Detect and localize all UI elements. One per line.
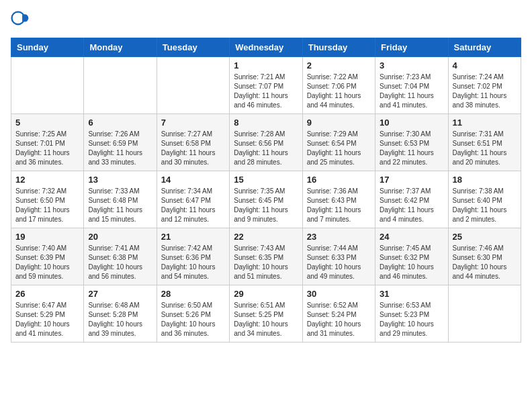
calendar-cell: 1Sunrise: 7:21 AM Sunset: 7:07 PM Daylig… — [230, 57, 302, 114]
day-number: 30 — [307, 289, 371, 299]
weekday-header-row: SundayMondayTuesdayWednesdayThursdayFrid… — [11, 38, 521, 57]
weekday-header-saturday: Saturday — [448, 38, 521, 57]
day-number: 21 — [161, 232, 225, 242]
day-number: 18 — [453, 175, 517, 185]
day-info: Sunrise: 7:23 AM Sunset: 7:04 PM Dayligh… — [380, 73, 443, 110]
day-number: 22 — [234, 232, 298, 242]
week-row-5: 26Sunrise: 6:47 AM Sunset: 5:29 PM Dayli… — [11, 285, 521, 342]
calendar-cell: 16Sunrise: 7:36 AM Sunset: 6:43 PM Dayli… — [302, 171, 375, 228]
day-info: Sunrise: 6:50 AM Sunset: 5:26 PM Dayligh… — [161, 301, 225, 338]
day-number: 28 — [161, 289, 225, 299]
day-number: 14 — [161, 175, 225, 185]
calendar-cell: 2Sunrise: 7:22 AM Sunset: 7:06 PM Daylig… — [302, 57, 375, 114]
calendar-cell: 27Sunrise: 6:48 AM Sunset: 5:28 PM Dayli… — [84, 285, 157, 342]
calendar-cell: 18Sunrise: 7:38 AM Sunset: 6:40 PM Dayli… — [448, 171, 521, 228]
day-info: Sunrise: 7:44 AM Sunset: 6:33 PM Dayligh… — [307, 244, 371, 281]
calendar-cell: 17Sunrise: 7:37 AM Sunset: 6:42 PM Dayli… — [375, 171, 448, 228]
calendar-table: SundayMondayTuesdayWednesdayThursdayFrid… — [11, 38, 521, 342]
day-number: 29 — [234, 289, 298, 299]
calendar-cell: 10Sunrise: 7:30 AM Sunset: 6:53 PM Dayli… — [375, 114, 448, 171]
day-info: Sunrise: 6:52 AM Sunset: 5:24 PM Dayligh… — [307, 301, 371, 338]
weekday-header-monday: Monday — [84, 38, 157, 57]
day-info: Sunrise: 7:43 AM Sunset: 6:35 PM Dayligh… — [234, 244, 298, 281]
day-number: 23 — [307, 232, 371, 242]
day-number: 16 — [307, 175, 371, 185]
day-info: Sunrise: 7:22 AM Sunset: 7:06 PM Dayligh… — [307, 73, 371, 110]
week-row-1: 1Sunrise: 7:21 AM Sunset: 7:07 PM Daylig… — [11, 57, 521, 114]
day-number: 5 — [15, 118, 79, 128]
day-info: Sunrise: 7:40 AM Sunset: 6:39 PM Dayligh… — [15, 244, 79, 281]
day-number: 24 — [380, 232, 443, 242]
weekday-header-thursday: Thursday — [302, 38, 375, 57]
weekday-header-wednesday: Wednesday — [230, 38, 302, 57]
week-row-4: 19Sunrise: 7:40 AM Sunset: 6:39 PM Dayli… — [11, 228, 521, 285]
day-info: Sunrise: 7:32 AM Sunset: 6:50 PM Dayligh… — [15, 187, 79, 224]
day-info: Sunrise: 6:53 AM Sunset: 5:23 PM Dayligh… — [380, 301, 443, 338]
day-info: Sunrise: 7:42 AM Sunset: 6:36 PM Dayligh… — [161, 244, 225, 281]
day-info: Sunrise: 7:35 AM Sunset: 6:45 PM Dayligh… — [234, 187, 298, 224]
day-info: Sunrise: 7:41 AM Sunset: 6:38 PM Dayligh… — [88, 244, 152, 281]
calendar-cell: 28Sunrise: 6:50 AM Sunset: 5:26 PM Dayli… — [157, 285, 229, 342]
day-number: 13 — [88, 175, 152, 185]
day-info: Sunrise: 6:48 AM Sunset: 5:28 PM Dayligh… — [88, 301, 152, 338]
day-info: Sunrise: 7:26 AM Sunset: 6:59 PM Dayligh… — [88, 130, 152, 167]
day-number: 26 — [15, 289, 79, 299]
day-number: 31 — [380, 289, 443, 299]
day-number: 27 — [88, 289, 152, 299]
calendar-cell: 15Sunrise: 7:35 AM Sunset: 6:45 PM Dayli… — [230, 171, 302, 228]
calendar-cell — [157, 57, 229, 114]
day-info: Sunrise: 7:33 AM Sunset: 6:48 PM Dayligh… — [88, 187, 152, 224]
day-number: 7 — [161, 118, 225, 128]
day-info: Sunrise: 7:21 AM Sunset: 7:07 PM Dayligh… — [234, 73, 298, 110]
day-info: Sunrise: 7:46 AM Sunset: 6:30 PM Dayligh… — [453, 244, 517, 281]
calendar-cell: 14Sunrise: 7:34 AM Sunset: 6:47 PM Dayli… — [157, 171, 229, 228]
day-number: 19 — [15, 232, 79, 242]
day-info: Sunrise: 7:38 AM Sunset: 6:40 PM Dayligh… — [453, 187, 517, 224]
calendar-cell: 31Sunrise: 6:53 AM Sunset: 5:23 PM Dayli… — [375, 285, 448, 342]
day-info: Sunrise: 7:24 AM Sunset: 7:02 PM Dayligh… — [453, 73, 517, 110]
calendar-cell: 3Sunrise: 7:23 AM Sunset: 7:04 PM Daylig… — [375, 57, 448, 114]
day-info: Sunrise: 7:31 AM Sunset: 6:51 PM Dayligh… — [453, 130, 517, 167]
day-number: 8 — [234, 118, 298, 128]
day-info: Sunrise: 7:25 AM Sunset: 7:01 PM Dayligh… — [15, 130, 79, 167]
calendar-cell: 30Sunrise: 6:52 AM Sunset: 5:24 PM Dayli… — [302, 285, 375, 342]
day-info: Sunrise: 6:51 AM Sunset: 5:25 PM Dayligh… — [234, 301, 298, 338]
day-info: Sunrise: 7:36 AM Sunset: 6:43 PM Dayligh… — [307, 187, 371, 224]
calendar-cell: 29Sunrise: 6:51 AM Sunset: 5:25 PM Dayli… — [230, 285, 302, 342]
calendar-cell — [448, 285, 521, 342]
day-number: 11 — [453, 118, 517, 128]
calendar-cell: 6Sunrise: 7:26 AM Sunset: 6:59 PM Daylig… — [84, 114, 157, 171]
day-number: 4 — [453, 60, 517, 71]
calendar-cell: 5Sunrise: 7:25 AM Sunset: 7:01 PM Daylig… — [11, 114, 84, 171]
day-number: 1 — [234, 60, 298, 71]
day-info: Sunrise: 7:29 AM Sunset: 6:54 PM Dayligh… — [307, 130, 371, 167]
day-number: 12 — [15, 175, 79, 185]
calendar-cell: 12Sunrise: 7:32 AM Sunset: 6:50 PM Dayli… — [11, 171, 84, 228]
day-info: Sunrise: 7:28 AM Sunset: 6:56 PM Dayligh… — [234, 130, 298, 167]
calendar-cell: 25Sunrise: 7:46 AM Sunset: 6:30 PM Dayli… — [448, 228, 521, 285]
calendar-cell: 8Sunrise: 7:28 AM Sunset: 6:56 PM Daylig… — [230, 114, 302, 171]
calendar-cell: 11Sunrise: 7:31 AM Sunset: 6:51 PM Dayli… — [448, 114, 521, 171]
calendar-cell: 19Sunrise: 7:40 AM Sunset: 6:39 PM Dayli… — [11, 228, 84, 285]
day-number: 9 — [307, 118, 371, 128]
calendar-cell: 7Sunrise: 7:27 AM Sunset: 6:58 PM Daylig… — [157, 114, 229, 171]
weekday-header-sunday: Sunday — [11, 38, 84, 57]
calendar-cell: 26Sunrise: 6:47 AM Sunset: 5:29 PM Dayli… — [11, 285, 84, 342]
day-info: Sunrise: 7:30 AM Sunset: 6:53 PM Dayligh… — [380, 130, 443, 167]
calendar-cell: 23Sunrise: 7:44 AM Sunset: 6:33 PM Dayli… — [302, 228, 375, 285]
calendar-cell: 22Sunrise: 7:43 AM Sunset: 6:35 PM Dayli… — [230, 228, 302, 285]
day-number: 15 — [234, 175, 298, 185]
weekday-header-tuesday: Tuesday — [157, 38, 229, 57]
calendar-cell: 13Sunrise: 7:33 AM Sunset: 6:48 PM Dayli… — [84, 171, 157, 228]
week-row-3: 12Sunrise: 7:32 AM Sunset: 6:50 PM Dayli… — [11, 171, 521, 228]
day-info: Sunrise: 6:47 AM Sunset: 5:29 PM Dayligh… — [15, 301, 79, 338]
day-info: Sunrise: 7:45 AM Sunset: 6:32 PM Dayligh… — [380, 244, 443, 281]
day-info: Sunrise: 7:34 AM Sunset: 6:47 PM Dayligh… — [161, 187, 225, 224]
weekday-header-friday: Friday — [375, 38, 448, 57]
day-info: Sunrise: 7:27 AM Sunset: 6:58 PM Dayligh… — [161, 130, 225, 167]
page-header — [11, 11, 521, 30]
calendar-cell: 21Sunrise: 7:42 AM Sunset: 6:36 PM Dayli… — [157, 228, 229, 285]
logo-icon — [11, 11, 30, 30]
day-number: 17 — [380, 175, 443, 185]
calendar-cell — [84, 57, 157, 114]
